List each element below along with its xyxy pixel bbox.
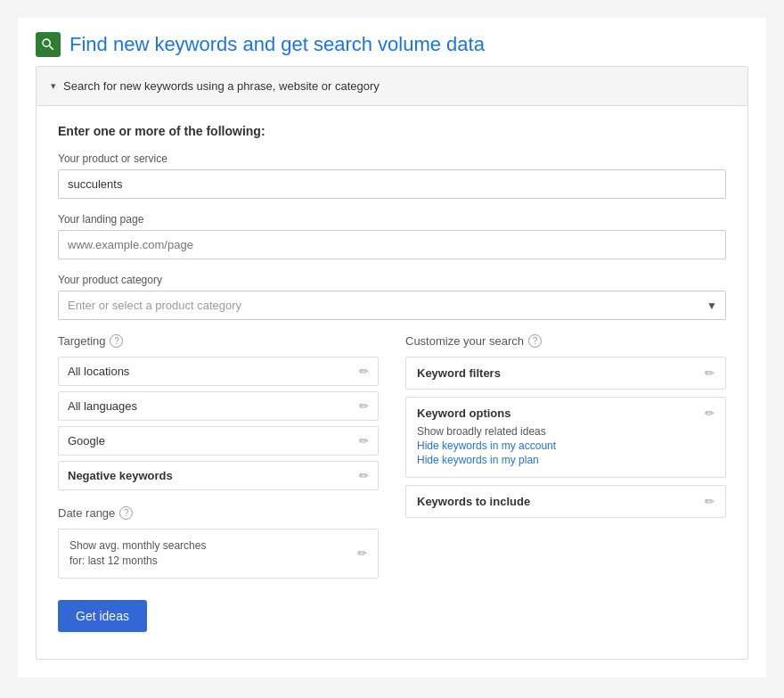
targeting-item-locations[interactable]: All locations ✏ — [58, 357, 379, 386]
search-icon-box — [36, 32, 61, 57]
targeting-item-languages[interactable]: All languages ✏ — [58, 391, 379, 421]
targeting-negative-keywords-text: Negative keywords — [68, 469, 173, 482]
edit-keyword-filters-icon[interactable]: ✏ — [705, 366, 715, 380]
page-title: Find new keywords and get search volume … — [69, 33, 485, 56]
product-input[interactable] — [58, 169, 726, 199]
keyword-filters-header: Keyword filters ✏ — [417, 366, 715, 380]
date-range-section: Date range ? Show avg. monthly searches … — [58, 506, 379, 579]
magnifier-icon — [40, 37, 56, 53]
keywords-to-include-item[interactable]: Keywords to include ✏ — [405, 485, 726, 518]
keyword-options-body: Show broadly related ideas Hide keywords… — [417, 425, 715, 466]
keyword-options-desc: Show broadly related ideas — [417, 425, 715, 438]
date-range-item[interactable]: Show avg. monthly searches for: last 12 … — [58, 529, 379, 579]
category-field-group: Your product category Enter or select a … — [58, 274, 726, 320]
keywords-to-include-title: Keywords to include — [417, 495, 530, 508]
customize-label-text: Customize your search — [405, 334, 524, 348]
category-select[interactable]: Enter or select a product category — [58, 291, 726, 320]
edit-locations-icon[interactable]: ✏ — [359, 365, 369, 378]
accordion-header-text: Search for new keywords using a phrase, … — [63, 79, 380, 93]
landing-page-label: Your landing page — [58, 213, 726, 226]
date-range-help-icon[interactable]: ? — [119, 506, 133, 520]
edit-languages-icon[interactable]: ✏ — [359, 399, 369, 413]
targeting-google-text: Google — [68, 434, 105, 448]
accordion-arrow-icon: ▾ — [51, 80, 56, 92]
product-field-group: Your product or service — [58, 152, 726, 199]
edit-negative-keywords-icon[interactable]: ✏ — [359, 469, 369, 482]
accordion-header[interactable]: ▾ Search for new keywords using a phrase… — [37, 67, 747, 106]
edit-keyword-options-icon[interactable]: ✏ — [705, 406, 715, 420]
targeting-item-negative-keywords[interactable]: Negative keywords ✏ — [58, 461, 379, 490]
customize-help-icon[interactable]: ? — [528, 334, 542, 348]
accordion-body: Enter one or more of the following: Your… — [37, 106, 747, 659]
hide-account-keywords-link[interactable]: Hide keywords in my account — [417, 439, 715, 452]
customize-section-label: Customize your search ? — [405, 334, 726, 348]
date-range-text: Show avg. monthly searches for: last 12 … — [69, 538, 206, 569]
date-range-line2: for: last 12 months — [69, 554, 158, 567]
product-label: Your product or service — [58, 152, 726, 165]
left-col: Targeting ? All locations ✏ All language… — [58, 334, 379, 579]
landing-page-input[interactable] — [58, 230, 726, 259]
targeting-locations-text: All locations — [68, 365, 129, 378]
keyword-filters-item[interactable]: Keyword filters ✏ — [405, 357, 726, 390]
keywords-to-include-header: Keywords to include ✏ — [417, 495, 715, 508]
targeting-item-google[interactable]: Google ✏ — [58, 426, 379, 456]
edit-date-range-icon[interactable]: ✏ — [357, 546, 367, 560]
targeting-label-text: Targeting — [58, 334, 105, 348]
accordion-section: ▾ Search for new keywords using a phrase… — [36, 66, 748, 660]
date-range-label-row: Date range ? — [58, 506, 379, 520]
page-title-row: Find new keywords and get search volume … — [18, 18, 766, 66]
category-label: Your product category — [58, 274, 726, 286]
right-col: Customize your search ? Keyword filters … — [405, 334, 726, 579]
keyword-filters-title: Keyword filters — [417, 366, 501, 380]
keyword-options-header: Keyword options ✏ — [417, 406, 715, 420]
two-col-section: Targeting ? All locations ✏ All language… — [58, 334, 726, 579]
page-wrapper: Find new keywords and get search volume … — [18, 18, 766, 677]
landing-page-field-group: Your landing page — [58, 213, 726, 259]
edit-google-icon[interactable]: ✏ — [359, 434, 369, 448]
keyword-options-item[interactable]: Keyword options ✏ Show broadly related i… — [405, 397, 726, 478]
date-range-line1: Show avg. monthly searches — [69, 539, 206, 552]
targeting-section-label: Targeting ? — [58, 334, 379, 348]
hide-plan-keywords-link[interactable]: Hide keywords in my plan — [417, 454, 715, 466]
edit-keywords-to-include-icon[interactable]: ✏ — [705, 495, 715, 508]
form-instruction: Enter one or more of the following: — [58, 124, 726, 138]
category-select-wrapper: Enter or select a product category ▼ — [58, 291, 726, 320]
keyword-options-title: Keyword options — [417, 406, 510, 420]
targeting-languages-text: All languages — [68, 399, 137, 413]
targeting-help-icon[interactable]: ? — [110, 334, 123, 348]
get-ideas-button[interactable]: Get ideas — [58, 600, 147, 632]
date-range-label-text: Date range — [58, 506, 115, 520]
